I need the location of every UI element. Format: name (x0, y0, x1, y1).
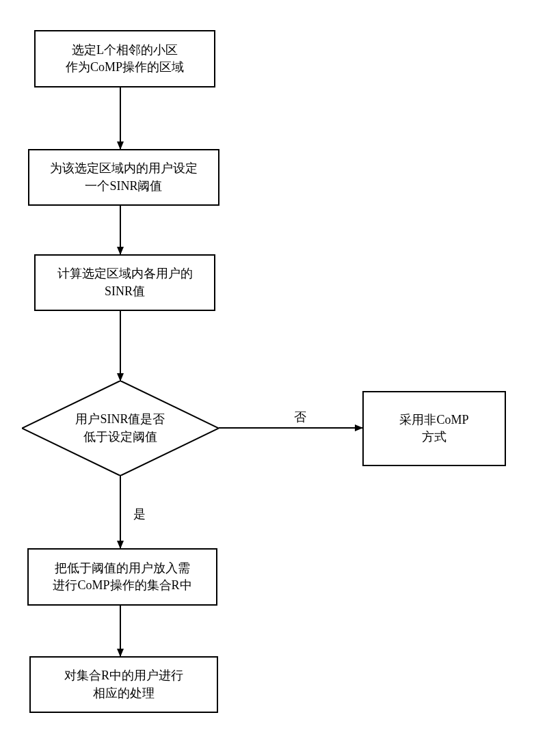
decision-sinr-below-threshold: 用户SINR值是否低于设定阈值 (22, 381, 219, 476)
label-no: 否 (294, 409, 306, 425)
step-non-comp-mode: 采用非CoMP方式 (362, 391, 506, 466)
step-set-sinr-threshold: 为该选定区域内的用户设定一个SINR阈值 (28, 149, 219, 206)
step-select-cells: 选定L个相邻的小区作为CoMP操作的区域 (34, 30, 215, 87)
step-text: 计算选定区域内各用户的SINR值 (57, 265, 193, 299)
step-text: 选定L个相邻的小区作为CoMP操作的区域 (66, 42, 184, 76)
flowchart-canvas: 选定L个相邻的小区作为CoMP操作的区域 为该选定区域内的用户设定一个SINR阈… (0, 0, 547, 756)
step-text: 对集合R中的用户进行相应的处理 (64, 667, 183, 701)
label-yes: 是 (133, 506, 146, 522)
step-text: 把低于阈值的用户放入需进行CoMP操作的集合R中 (53, 560, 191, 594)
step-add-to-set-r: 把低于阈值的用户放入需进行CoMP操作的集合R中 (27, 548, 217, 606)
step-process-set-r: 对集合R中的用户进行相应的处理 (29, 656, 218, 713)
step-text: 采用非CoMP方式 (399, 411, 468, 446)
step-compute-sinr: 计算选定区域内各用户的SINR值 (34, 254, 215, 311)
decision-text: 用户SINR值是否低于设定阈值 (75, 411, 165, 445)
connector-arrows (0, 0, 547, 756)
step-text: 为该选定区域内的用户设定一个SINR阈值 (50, 160, 198, 194)
